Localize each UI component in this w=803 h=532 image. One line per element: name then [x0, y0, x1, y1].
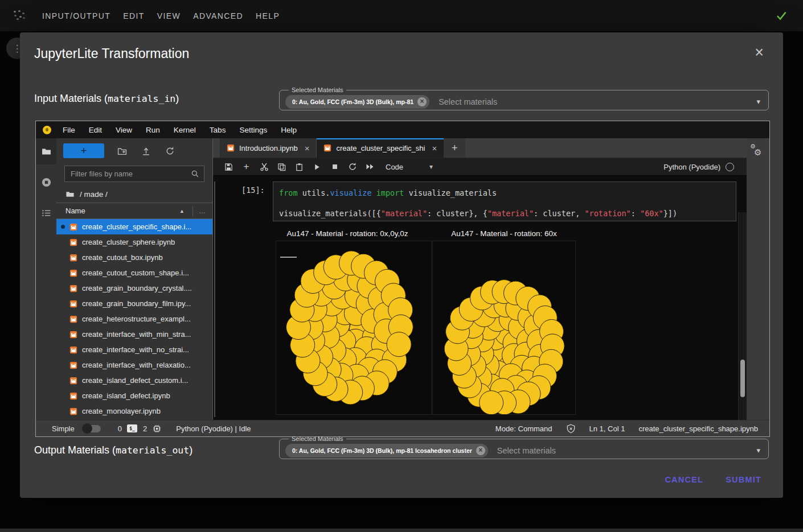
- file-filter-box[interactable]: [64, 166, 204, 182]
- input-materials-legend: Selected Materials: [289, 86, 346, 93]
- jupyter-menu-run[interactable]: Run: [139, 126, 167, 134]
- file-name: create_cutout_custom_shape.i...: [82, 269, 189, 277]
- run-all-button[interactable]: [361, 159, 379, 174]
- paste-cells-button[interactable]: [290, 159, 308, 174]
- file-name: create_grain_boundary_crystal....: [82, 284, 192, 292]
- jupyter-menu-help[interactable]: Help: [274, 126, 304, 134]
- jupyter-menu-tabs[interactable]: Tabs: [203, 126, 233, 134]
- app-menu-advanced[interactable]: ADVANCED: [193, 11, 243, 20]
- status-bar: Simple 0 $_ 2 Python (Pyodide) | Idle Mo…: [36, 420, 769, 436]
- cluster-visualization-1[interactable]: [276, 241, 432, 415]
- app-menu-edit[interactable]: EDIT: [123, 11, 145, 20]
- file-row[interactable]: create_cluster_sphere.ipynb: [56, 234, 212, 250]
- kernel-name: Python (Pyodide): [663, 163, 720, 171]
- jupyter-menu-view[interactable]: View: [109, 126, 139, 134]
- copy-cells-button[interactable]: [273, 159, 290, 174]
- input-materials-select[interactable]: Selected Materials 0: Au, Gold, FCC (Fm-…: [279, 86, 769, 110]
- file-row[interactable]: create_island_defect.ipynb: [56, 388, 212, 403]
- restart-kernel-button[interactable]: [343, 159, 361, 174]
- filebrowser-tab-icon[interactable]: [36, 138, 56, 164]
- scrollbar-thumb[interactable]: [740, 360, 745, 397]
- dialog-close-icon[interactable]: ×: [755, 45, 764, 60]
- new-tab-button[interactable]: +: [444, 138, 465, 158]
- dropdown-caret-icon[interactable]: ▾: [756, 97, 760, 106]
- toc-tab-icon[interactable]: [36, 200, 56, 226]
- output-material-chip[interactable]: 0: Au, Gold, FCC (Fm-3m) 3D (Bulk), mp-8…: [285, 444, 488, 457]
- output-label-2: Au147 - Material - rotation: 60x: [451, 229, 556, 238]
- success-check-icon: [775, 9, 788, 22]
- file-row[interactable]: create_cutout_custom_shape.i...: [56, 265, 212, 281]
- running-kernels-tab-icon[interactable]: [36, 169, 56, 195]
- file-name: create_interface_with_no_strai...: [82, 345, 189, 354]
- notebook-file-icon: [227, 144, 235, 152]
- app-menubar-items: INPUT/OUTPUTEDITVIEWADVANCEDHELP: [42, 11, 280, 20]
- code-cell[interactable]: from utils.visualize import visualize_ma…: [273, 182, 736, 221]
- app-menu-view[interactable]: VIEW: [157, 11, 181, 20]
- dirty-dot: [61, 240, 65, 244]
- dirty-dot: [61, 225, 65, 229]
- shield-icon[interactable]: [566, 424, 576, 434]
- file-browser-panel: +: [56, 138, 213, 420]
- output-dropdown-caret-icon[interactable]: ▾: [756, 446, 760, 455]
- cursor-position[interactable]: Ln 1, Col 1: [589, 424, 625, 433]
- upload-button[interactable]: [134, 143, 158, 159]
- submit-button[interactable]: SUBMIT: [721, 472, 766, 488]
- terminals-count[interactable]: 0: [118, 424, 122, 433]
- tab-create-cluster-specific-shi[interactable]: create_cluster_specific_shi×: [317, 138, 444, 158]
- name-column-header[interactable]: Name: [65, 207, 85, 215]
- cut-cells-button[interactable]: [255, 159, 273, 174]
- insert-cell-button[interactable]: +: [237, 159, 255, 174]
- file-row[interactable]: create_cluster_specific_shape.i...: [56, 219, 212, 234]
- file-filter-input[interactable]: [69, 169, 191, 179]
- cell-type-select[interactable]: Code ▾: [386, 163, 433, 171]
- tab-close-icon[interactable]: ×: [305, 143, 310, 153]
- dirty-dot: [61, 302, 65, 306]
- output-chip-remove-icon[interactable]: ×: [476, 446, 485, 455]
- file-list-header[interactable]: Name ▲ …: [56, 203, 212, 219]
- kernels-count[interactable]: 2: [143, 424, 147, 433]
- tab-close-icon[interactable]: ×: [432, 143, 437, 153]
- home-folder-icon[interactable]: [65, 190, 75, 199]
- run-button[interactable]: [308, 159, 326, 174]
- mode-indicator[interactable]: Mode: Command: [495, 424, 552, 433]
- tab-bar: Introduction.ipynb×create_cluster_specif…: [213, 138, 747, 158]
- file-row[interactable]: create_grain_boundary_film.ipy...: [56, 296, 212, 311]
- kernel-indicator[interactable]: Python (Pyodide): [663, 163, 740, 171]
- stop-button[interactable]: [326, 159, 343, 174]
- file-row[interactable]: create_cutout_box.ipynb: [56, 250, 212, 265]
- new-launcher-button[interactable]: +: [63, 143, 104, 158]
- cell-collapser[interactable]: [214, 182, 215, 417]
- jupyter-menu-edit[interactable]: Edit: [82, 126, 109, 134]
- file-name: create_island_defect_custom.i...: [82, 376, 188, 385]
- output-label-1: Au147 - Material - rotation: 0x,0y,0z: [287, 229, 408, 238]
- app-menu-help[interactable]: HELP: [256, 11, 280, 20]
- jupyter-menu-file[interactable]: File: [56, 126, 82, 134]
- file-row[interactable]: create_interface_with_no_strai...: [56, 342, 212, 357]
- file-row[interactable]: create_interface_with_min_stra...: [56, 327, 212, 342]
- file-row[interactable]: create_grain_boundary_crystal....: [56, 281, 212, 296]
- file-row[interactable]: create_island_defect_custom.i...: [56, 373, 212, 388]
- app-menu-input-output[interactable]: INPUT/OUTPUT: [42, 11, 110, 20]
- refresh-filebrowser-button[interactable]: [158, 143, 182, 159]
- breadcrumb[interactable]: / made /: [56, 185, 212, 203]
- cluster-visualization-2[interactable]: [432, 241, 576, 415]
- new-folder-button[interactable]: [110, 143, 134, 159]
- kernel-status-label[interactable]: Python (Pyodide) | Idle: [176, 424, 251, 433]
- output-materials-select[interactable]: Selected Materials 0: Au, Gold, FCC (Fm-…: [279, 435, 769, 459]
- jupyter-menu-settings[interactable]: Settings: [232, 126, 274, 134]
- file-row[interactable]: create_monolayer.ipynb: [56, 403, 212, 419]
- notebook-file-icon: [69, 346, 77, 354]
- simple-mode-toggle[interactable]: [84, 425, 101, 432]
- sort-ascending-icon[interactable]: ▲: [179, 208, 185, 214]
- material-chip[interactable]: 0: Au, Gold, FCC (Fm-3m) 3D (Bulk), mp-8…: [285, 95, 429, 109]
- more-options-icon[interactable]: …: [192, 206, 207, 216]
- chip-remove-icon[interactable]: ×: [417, 97, 427, 106]
- jupyter-menu-kernel[interactable]: Kernel: [167, 126, 203, 134]
- tab-introduction-ipynb[interactable]: Introduction.ipynb×: [220, 138, 317, 158]
- input-materials-code: materials_in: [108, 93, 175, 104]
- save-button[interactable]: [220, 159, 237, 174]
- cancel-button[interactable]: CANCEL: [660, 472, 708, 488]
- notebook-scrollbar[interactable]: [738, 212, 747, 420]
- file-row[interactable]: create_interface_with_relaxatio...: [56, 357, 212, 373]
- file-row[interactable]: create_heterostructure_exampl...: [56, 311, 212, 327]
